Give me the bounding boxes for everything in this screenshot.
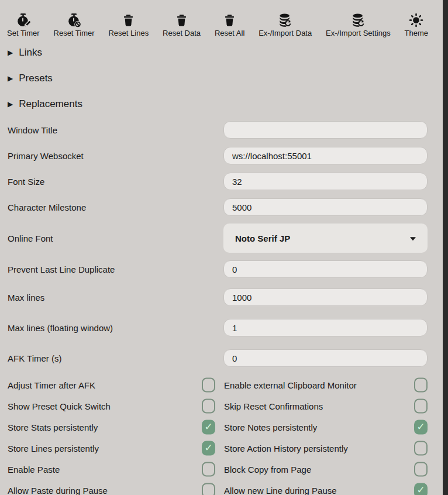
reset-lines-label: Reset Lines [108, 29, 149, 37]
trash-icon [121, 12, 136, 28]
trash-icon [222, 12, 237, 28]
dropdown-caret-icon [410, 237, 416, 240]
store-lines-persistently-label: Store Lines persistently [8, 444, 99, 453]
store-notes-persistently-checkbox[interactable] [414, 420, 428, 435]
max-lines-floating-label: Max lines (floating window) [8, 323, 113, 333]
store-stats-persistently-label: Store Stats persistently [8, 422, 98, 432]
toolbar: Set Timer Reset Timer Reset Lines [0, 0, 437, 37]
chevron-right-icon: ▶ [8, 101, 13, 108]
max-lines-input[interactable] [223, 288, 428, 306]
field-row-font-size: Font Size [0, 169, 448, 194]
window-title-input[interactable] [223, 121, 428, 139]
field-row-max-lines-floating: Max lines (floating window) [0, 312, 448, 343]
toggle-row: Store Stats persistently Store Notes per… [0, 417, 448, 438]
database-sync-icon [278, 12, 293, 28]
skip-reset-confirmations-checkbox[interactable] [414, 399, 428, 414]
section-links-label: Links [19, 47, 42, 59]
collapsible-sections: ▶ Links ▶ Presets ▶ Replacements [0, 40, 448, 117]
store-lines-persistently-checkbox[interactable] [202, 441, 215, 456]
section-presets-label: Presets [19, 73, 53, 84]
toggle-row: Store Lines persistently Store Action Hi… [0, 438, 448, 459]
set-timer-button[interactable]: Set Timer [7, 12, 40, 37]
store-action-history-persistently-checkbox[interactable] [414, 441, 428, 456]
export-import-data-label: Ex-/Import Data [259, 29, 312, 37]
sun-icon [409, 12, 424, 28]
reset-data-button[interactable]: Reset Data [163, 12, 201, 37]
store-notes-persistently-label: Store Notes persistently [224, 422, 317, 432]
theme-label: Theme [405, 29, 428, 37]
store-action-history-persistently-label: Store Action History persistently [224, 444, 348, 453]
export-import-data-button[interactable]: Ex-/Import Data [259, 12, 312, 37]
enable-external-clipboard-monitor-checkbox[interactable] [414, 378, 428, 393]
reset-data-label: Reset Data [163, 29, 201, 37]
export-import-settings-label: Ex-/Import Settings [326, 29, 391, 37]
section-presets[interactable]: ▶ Presets [0, 66, 448, 91]
character-milestone-input[interactable] [223, 198, 428, 216]
toggle-grid: Adjust Timer after AFK Enable external C… [0, 374, 448, 495]
section-replacements[interactable]: ▶ Replacements [0, 91, 448, 117]
adjust-timer-after-afk-checkbox[interactable] [202, 378, 215, 393]
afk-timer-label: AFK Timer (s) [8, 353, 62, 363]
toggle-row: Show Preset Quick Switch Skip Reset Conf… [0, 396, 448, 417]
trash-icon [174, 12, 189, 28]
chevron-right-icon: ▶ [8, 49, 13, 56]
max-lines-floating-input[interactable] [223, 319, 428, 336]
section-replacements-label: Replacements [19, 98, 82, 110]
settings-form: Window Title Primary Websocket Font Size… [0, 117, 448, 373]
prevent-last-line-duplicate-input[interactable] [223, 260, 428, 278]
block-copy-from-page-label: Block Copy from Page [224, 465, 311, 475]
timer-edit-icon [16, 12, 31, 28]
show-preset-quick-switch-label: Show Preset Quick Switch [8, 401, 111, 411]
field-row-afk-timer: AFK Timer (s) [0, 343, 448, 373]
field-row-primary-websocket: Primary Websocket [0, 143, 448, 169]
enable-paste-label: Enable Paste [8, 465, 60, 475]
window-title-label: Window Title [8, 125, 57, 135]
enable-paste-checkbox[interactable] [202, 462, 215, 477]
allow-paste-during-pause-checkbox[interactable] [202, 483, 215, 495]
reset-all-label: Reset All [215, 29, 244, 37]
allow-new-line-during-pause-label: Allow new Line during Pause [224, 486, 337, 495]
online-font-select[interactable]: Noto Serif JP [223, 224, 428, 253]
toggle-row: Allow Paste during Pause Allow new Line … [0, 480, 448, 495]
set-timer-label: Set Timer [7, 29, 40, 37]
field-row-window-title: Window Title [0, 117, 448, 143]
font-size-input[interactable] [223, 173, 428, 190]
field-row-max-lines: Max lines [0, 282, 448, 312]
chevron-right-icon: ▶ [8, 75, 13, 82]
section-links[interactable]: ▶ Links [0, 40, 448, 66]
export-import-settings-button[interactable]: Ex-/Import Settings [326, 12, 391, 37]
show-preset-quick-switch-checkbox[interactable] [202, 399, 215, 414]
field-row-character-milestone: Character Milestone [0, 194, 448, 220]
skip-reset-confirmations-label: Skip Reset Confirmations [224, 401, 323, 411]
field-row-online-font: Online Font Noto Serif JP [0, 220, 448, 256]
primary-websocket-input[interactable] [223, 147, 428, 164]
allow-new-line-during-pause-checkbox[interactable] [414, 483, 428, 495]
database-sync-icon [350, 12, 366, 28]
field-row-prevent-last-line-duplicate: Prevent Last Line Duplicate [0, 256, 448, 282]
block-copy-from-page-checkbox[interactable] [414, 462, 428, 477]
reset-timer-button[interactable]: Reset Timer [54, 12, 95, 37]
adjust-timer-after-afk-label: Adjust Timer after AFK [8, 380, 95, 390]
toggle-row: Adjust Timer after AFK Enable external C… [0, 374, 448, 396]
toggle-row: Enable Paste Block Copy from Page [0, 459, 448, 480]
enable-external-clipboard-monitor-label: Enable external Clipboard Monitor [224, 380, 357, 390]
online-font-label: Online Font [8, 233, 53, 243]
character-milestone-label: Character Milestone [8, 202, 86, 212]
timer-cancel-icon [67, 12, 82, 28]
prevent-last-line-duplicate-label: Prevent Last Line Duplicate [8, 264, 115, 274]
reset-all-button[interactable]: Reset All [215, 12, 244, 37]
allow-paste-during-pause-label: Allow Paste during Pause [8, 486, 108, 495]
store-stats-persistently-checkbox[interactable] [202, 420, 215, 435]
online-font-selected-value: Noto Serif JP [235, 233, 290, 243]
max-lines-label: Max lines [8, 293, 44, 302]
afk-timer-input[interactable] [223, 349, 428, 367]
reset-timer-label: Reset Timer [54, 29, 95, 37]
theme-button[interactable]: Theme [405, 12, 428, 37]
reset-lines-button[interactable]: Reset Lines [108, 12, 149, 37]
scrollbar[interactable] [443, 0, 448, 495]
primary-websocket-label: Primary Websocket [8, 151, 84, 161]
font-size-label: Font Size [8, 177, 44, 187]
